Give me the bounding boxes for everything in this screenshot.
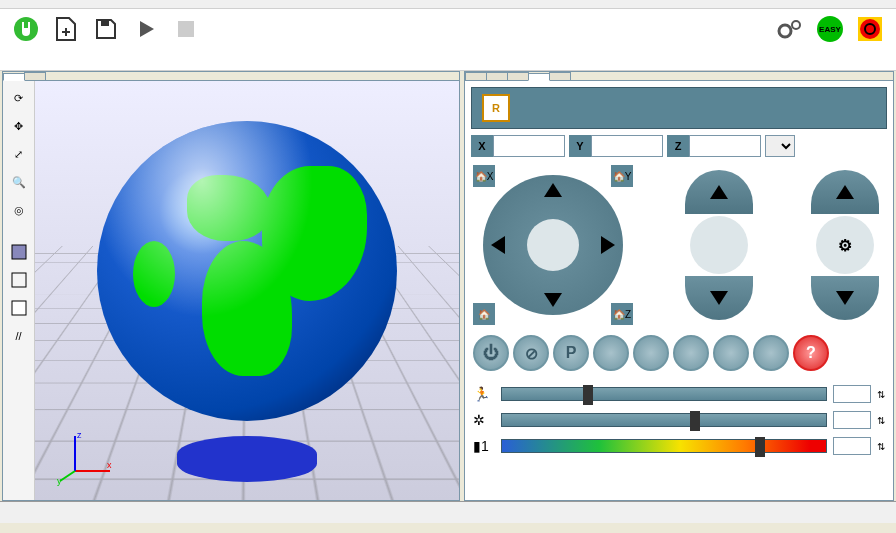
tab-sd-card[interactable] (549, 72, 571, 80)
printer-settings-button[interactable] (770, 13, 810, 47)
easy-mode-button[interactable]: EASY (810, 13, 850, 47)
menu-bar (0, 0, 896, 9)
jog-y-minus[interactable] (544, 293, 562, 307)
jog-xy-pad: 🏠X 🏠Y 🏠 🏠Z (473, 165, 633, 325)
jog-x-plus[interactable] (601, 236, 615, 254)
disconnect-button[interactable] (6, 13, 46, 47)
file-plus-icon (52, 15, 80, 43)
view-tools: ⟳ ✥ ⤢ 🔍 ◎ // (3, 81, 35, 500)
spinner-icon[interactable]: ⇅ (877, 441, 885, 452)
svg-point-5 (779, 25, 791, 37)
stop-icon (172, 15, 200, 43)
parallel-icon[interactable]: // (8, 325, 30, 347)
home-z-button[interactable]: 🏠Z (611, 303, 633, 325)
fan-icon: ✲ (473, 412, 495, 428)
status-bar (0, 501, 896, 523)
svg-rect-14 (12, 301, 26, 315)
axis-gizmo: xzy (55, 426, 115, 488)
app-logo-icon: R (482, 94, 510, 122)
extruder-center[interactable]: ⚙ (816, 216, 874, 274)
macro-4-button[interactable] (713, 335, 749, 371)
tab-3d-view[interactable] (3, 73, 25, 81)
zoom-in-icon[interactable]: 🔍 (8, 171, 30, 193)
fit-icon[interactable]: ◎ (8, 199, 30, 221)
jog-z-minus[interactable] (685, 276, 753, 320)
move-icon[interactable]: ✥ (8, 115, 30, 137)
svg-line-17 (60, 471, 75, 481)
panel-title-bar: R (471, 87, 887, 129)
svg-text:y: y (57, 476, 62, 486)
home-x-button[interactable]: 🏠X (473, 165, 495, 187)
macro-5-button[interactable] (753, 335, 789, 371)
tab-temp-curve[interactable] (24, 72, 46, 80)
extrude-button[interactable] (811, 170, 879, 214)
macro-1-button[interactable] (593, 335, 629, 371)
plug-icon (12, 15, 40, 43)
home-y-button[interactable]: 🏠Y (611, 165, 633, 187)
extruder-temp-bar[interactable] (501, 439, 827, 453)
svg-text:x: x (107, 460, 112, 470)
tab-slicer[interactable] (486, 72, 508, 80)
svg-rect-13 (12, 273, 26, 287)
home-all-button[interactable]: 🏠 (473, 303, 495, 325)
fan-input[interactable] (833, 411, 871, 429)
rotate-icon[interactable]: ⤢ (8, 143, 30, 165)
svg-text:EASY: EASY (819, 25, 841, 34)
estop-icon (856, 15, 884, 43)
help-button[interactable]: ? (793, 335, 829, 371)
svg-rect-2 (28, 22, 30, 28)
macro-3-button[interactable] (673, 335, 709, 371)
spinner-icon[interactable]: ⇅ (877, 389, 885, 400)
svg-text:z: z (77, 430, 82, 440)
retract-button[interactable] (811, 276, 879, 320)
park-button[interactable]: P (553, 335, 589, 371)
jog-xy-center[interactable] (527, 219, 579, 271)
power-button[interactable]: ⏻ (473, 335, 509, 371)
z-value[interactable] (689, 135, 761, 157)
load-button[interactable] (46, 13, 86, 47)
x-value[interactable] (493, 135, 565, 157)
tab-preview[interactable] (507, 72, 529, 80)
spinner-icon[interactable]: ⇅ (877, 415, 885, 426)
save-print-button[interactable] (86, 13, 126, 47)
macro-2-button[interactable] (633, 335, 669, 371)
toolbar: EASY (0, 9, 896, 71)
solid-view-icon[interactable] (8, 241, 30, 263)
start-print-button[interactable] (126, 13, 166, 47)
feedrate-input[interactable] (833, 385, 871, 403)
refresh-icon[interactable]: ⟳ (8, 87, 30, 109)
left-tabs (3, 72, 459, 81)
x-label: X (471, 135, 493, 157)
jog-y-plus[interactable] (544, 183, 562, 197)
easy-icon: EASY (816, 15, 844, 43)
speed-icon: 🏃 (473, 386, 495, 402)
save-icon (92, 15, 120, 43)
emergency-stop-button[interactable] (850, 13, 890, 47)
svg-rect-3 (101, 20, 109, 26)
kill-print-button[interactable] (166, 13, 206, 47)
gears-icon (776, 15, 804, 43)
fan-slider[interactable] (501, 413, 827, 427)
svg-point-10 (860, 19, 880, 39)
y-label: Y (569, 135, 591, 157)
face-view-icon[interactable] (8, 297, 30, 319)
right-tabs (465, 72, 893, 81)
extruder-temp-input[interactable] (833, 437, 871, 455)
jog-x-minus[interactable] (491, 236, 505, 254)
motor-off-button[interactable]: ⊘ (513, 335, 549, 371)
play-icon (132, 15, 160, 43)
z-label: Z (667, 135, 689, 157)
feedrate-slider[interactable] (501, 387, 827, 401)
tab-manual-control[interactable] (528, 73, 550, 81)
extruder-select[interactable] (765, 135, 795, 157)
jog-z-center[interactable] (690, 216, 748, 274)
3d-viewport[interactable]: xzy (35, 81, 459, 500)
jog-z-plus[interactable] (685, 170, 753, 214)
y-value[interactable] (591, 135, 663, 157)
svg-point-6 (792, 21, 800, 29)
extruder-icon: ▮1 (473, 438, 495, 454)
tab-object-placement[interactable] (465, 72, 487, 80)
svg-rect-1 (22, 22, 24, 28)
jog-extruder-pad: ⚙ (805, 170, 885, 320)
wire-view-icon[interactable] (8, 269, 30, 291)
